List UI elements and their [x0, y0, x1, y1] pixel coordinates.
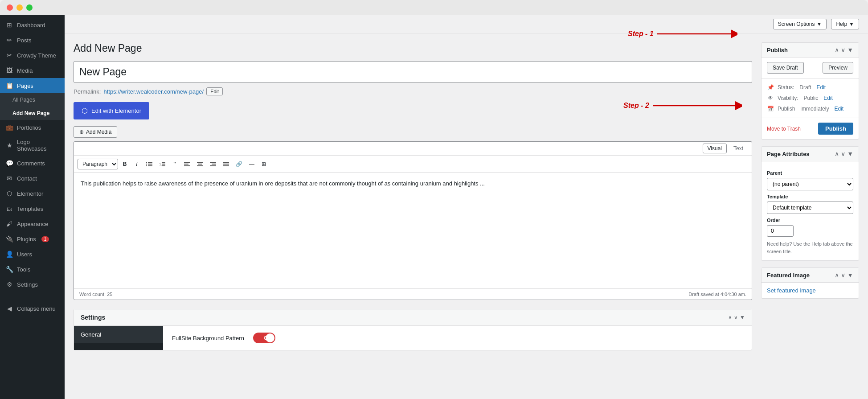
page-title-input[interactable]	[74, 61, 752, 83]
sidebar-item-settings[interactable]: ⚙ Settings	[0, 277, 65, 292]
topbar: Screen Options ▼ Help ▼	[65, 15, 868, 33]
sidebar-item-pages[interactable]: 📋 Pages	[0, 78, 65, 93]
pages-icon: 📋	[5, 82, 13, 90]
more-btn[interactable]: —	[246, 159, 257, 169]
posts-icon: ✏	[5, 36, 13, 44]
publish-collapse-btn[interactable]: ∧	[835, 46, 839, 53]
help-btn[interactable]: Help ▼	[831, 19, 859, 29]
permalink-url[interactable]: https://writer.wealcoder.com/new-page/	[103, 88, 204, 95]
parent-label: Parent	[767, 170, 853, 176]
sidebar-subitem-add-new-page[interactable]: Add New Page	[0, 107, 65, 120]
align-center-btn[interactable]	[194, 159, 206, 169]
fullsite-toggle[interactable]: OFF	[253, 333, 275, 343]
screen-options-btn[interactable]: Screen Options ▼	[773, 19, 827, 29]
ordered-list-btn[interactable]: 1.	[156, 159, 168, 169]
sidebar-item-tools[interactable]: 🔧 Tools	[0, 262, 65, 277]
sidebar-item-appearance[interactable]: 🖌 Appearance	[0, 216, 65, 231]
sidebar-item-portfolios[interactable]: 💼 Portfolios	[0, 120, 65, 135]
page-attr-expand-btn[interactable]: ∨	[841, 150, 845, 157]
visibility-edit-link[interactable]: Edit	[823, 95, 833, 101]
template-select[interactable]: Default template	[767, 202, 853, 214]
sidebar-item-plugins[interactable]: 🔌 Plugins 1	[0, 231, 65, 247]
page-attributes-body: Parent (no parent) Template Default temp…	[762, 161, 859, 260]
tab-visual[interactable]: Visual	[703, 144, 727, 153]
sidebar-subitem-all-pages[interactable]: All Pages	[0, 93, 65, 107]
publish-toggle-btn[interactable]: ▼	[847, 46, 853, 53]
unordered-list-btn[interactable]	[143, 159, 155, 169]
publish-expand-btn[interactable]: ∨	[841, 46, 845, 53]
sidebar-item-users[interactable]: 👤 Users	[0, 247, 65, 262]
permalink-edit-btn[interactable]: Edit	[206, 87, 223, 95]
schedule-edit-link[interactable]: Edit	[834, 106, 843, 112]
add-media-btn[interactable]: ⊕ Add Media	[74, 126, 117, 138]
featured-collapse-btn[interactable]: ∧	[835, 271, 839, 279]
settings-expand-btn[interactable]: ∨	[734, 314, 738, 321]
fullscreen-btn[interactable]: ⊞	[258, 159, 269, 169]
plugins-badge: 1	[41, 236, 49, 242]
publish-title: Publish	[767, 47, 788, 53]
settings-general-tab[interactable]: General	[74, 326, 163, 343]
sidebar-item-collapse[interactable]: ◀ Collapse menu	[0, 301, 65, 316]
sidebar-item-comments[interactable]: 💬 Comments	[0, 156, 65, 171]
visibility-meta-item: 👁 Visibility: Public Edit	[767, 93, 853, 103]
settings-collapse-btn[interactable]: ∧	[728, 314, 732, 321]
page-attributes-controls: ∧ ∨ ▼	[835, 150, 853, 157]
settings-body: General FullSite Background Pattern OFF	[74, 326, 752, 350]
page-attributes-header[interactable]: Page Attributes ∧ ∨ ▼	[762, 147, 859, 161]
align-right-btn[interactable]	[207, 159, 219, 169]
settings-controls: ∧ ∨ ▼	[728, 314, 745, 321]
parent-select[interactable]: (no parent)	[767, 178, 853, 190]
sidebar-item-elementor[interactable]: ⬡ Elementor	[0, 186, 65, 201]
settings-icon: ⚙	[5, 280, 13, 288]
move-to-trash-link[interactable]: Move to Trash	[767, 126, 801, 132]
sidebar-item-contact[interactable]: ✉ Contact	[0, 171, 65, 186]
page-attr-collapse-btn[interactable]: ∧	[835, 150, 839, 157]
sidebar-item-posts[interactable]: ✏ Posts	[0, 33, 65, 48]
plugins-icon: 🔌	[5, 235, 13, 243]
sidebar: ⊞ Dashboard ✏ Posts ✂ Crowdy Theme 🖼	[0, 15, 65, 399]
status-edit-link[interactable]: Edit	[816, 84, 826, 90]
link-btn[interactable]: 🔗	[233, 159, 245, 169]
editor-body[interactable]: This publication helps to raise awarenes…	[74, 173, 752, 288]
italic-btn[interactable]: I	[131, 159, 142, 169]
bold-btn[interactable]: B	[119, 159, 130, 169]
comments-icon: 💬	[5, 159, 13, 167]
sidebar-item-logo-showcases[interactable]: ★ Logo Showcases	[0, 135, 65, 156]
svg-rect-1	[148, 162, 152, 163]
sidebar-item-templates[interactable]: 🗂 Templates	[0, 201, 65, 216]
page-content: Add New Page Permalink: https://writer.w…	[65, 33, 868, 399]
status-icon: 📌	[767, 84, 774, 91]
save-draft-btn[interactable]: Save Draft	[767, 62, 804, 74]
svg-rect-20	[223, 164, 229, 165]
page-attr-toggle-btn[interactable]: ▼	[847, 150, 853, 157]
preview-btn[interactable]: Preview	[823, 62, 853, 74]
svg-rect-17	[212, 164, 216, 165]
main-area: Screen Options ▼ Help ▼ Add New Page Per…	[65, 15, 868, 399]
window-close-btn[interactable]	[7, 4, 13, 11]
toggle-track[interactable]: OFF	[253, 333, 275, 343]
sidebar-item-dashboard[interactable]: ⊞ Dashboard	[0, 17, 65, 33]
align-justify-btn[interactable]	[220, 159, 232, 169]
publish-button[interactable]: Publish	[818, 123, 853, 135]
sidebar-item-media[interactable]: 🖼 Media	[0, 63, 65, 78]
window-min-btn[interactable]	[16, 4, 23, 11]
svg-rect-2	[146, 164, 147, 165]
tab-text[interactable]: Text	[729, 144, 748, 153]
set-featured-image-link[interactable]: Set featured image	[762, 283, 859, 298]
blockquote-btn[interactable]: "	[169, 158, 180, 169]
featured-toggle-btn[interactable]: ▼	[847, 271, 853, 279]
featured-image-header[interactable]: Featured image ∧ ∨ ▼	[762, 268, 859, 283]
paragraph-select[interactable]: Paragraph	[78, 159, 118, 169]
edit-with-elementor-btn[interactable]: ⬡ Edit with Elementor	[74, 102, 149, 119]
settings-close-btn[interactable]: ▼	[740, 314, 745, 321]
settings-nav: General	[74, 326, 163, 350]
align-left-btn[interactable]	[181, 159, 193, 169]
draft-saved: Draft saved at 4:04:30 am.	[688, 292, 746, 297]
order-input[interactable]	[767, 225, 794, 237]
window-max-btn[interactable]	[26, 4, 33, 11]
sidebar-item-crowdy-theme[interactable]: ✂ Crowdy Theme	[0, 48, 65, 63]
svg-rect-16	[210, 162, 216, 163]
page-title: Add New Page	[74, 42, 752, 54]
featured-expand-btn[interactable]: ∨	[841, 271, 845, 279]
svg-rect-21	[223, 165, 229, 166]
